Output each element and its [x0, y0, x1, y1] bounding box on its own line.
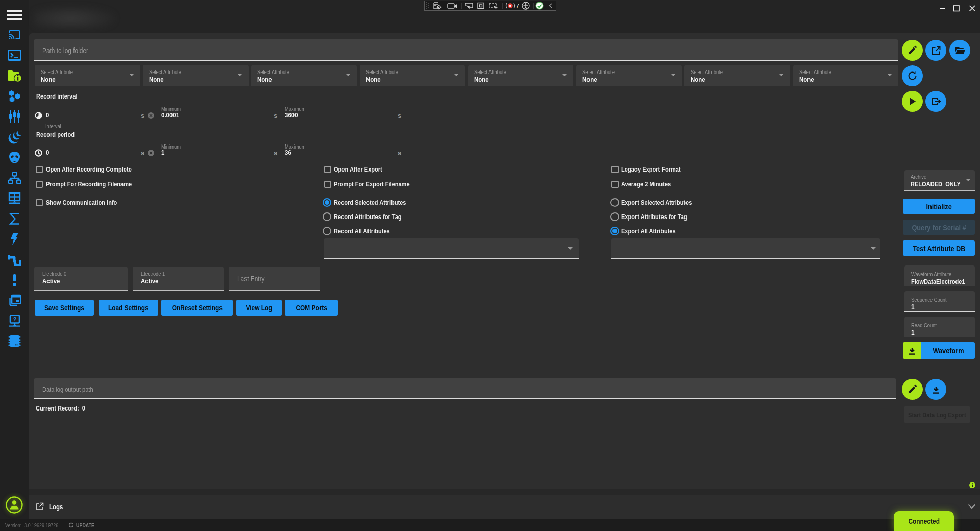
svg-text:?: ?: [13, 316, 17, 322]
svg-text:7: 7: [516, 3, 519, 10]
